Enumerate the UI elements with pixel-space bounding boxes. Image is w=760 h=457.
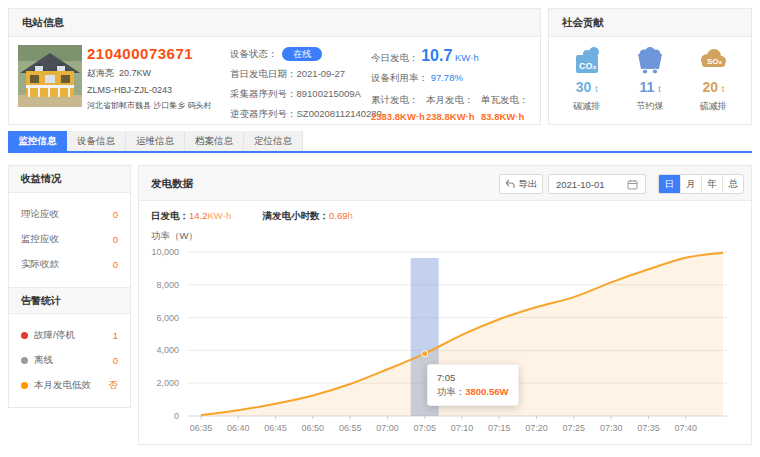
utilization-value: 97.78% [431,72,463,83]
alarm-section-title: 告警统计 [9,287,130,314]
svg-text:CO₂: CO₂ [579,61,597,71]
carbon-unit: t [595,84,597,94]
station-owner-line: 赵海亮 20.7KW [87,67,229,80]
social-contribution-panel: 社会贡献 CO₂ 30 t 碳减排 [548,8,752,125]
status-badge: 在线 [282,47,322,61]
station-owner: 赵海亮 [87,68,114,78]
station-id: 210400073671 [87,45,229,62]
date-picker-input[interactable]: 2021-10-01 [548,174,646,194]
svg-text:07:40: 07:40 [674,423,697,433]
utilization-row: 设备利用率： 97.78% [371,72,536,85]
so2-cloud-icon: SO₂ [683,44,743,76]
chart-canvas[interactable]: 02,0004,0006,0008,00010,00006:3506:4006:… [139,242,753,442]
sulfur-reduction-stat: SO₂ 20 t 硫减排 [683,44,743,113]
alarm-row-offline: 离线 0 [9,348,130,373]
svg-text:SO₂: SO₂ [707,57,723,66]
tab-archive-info[interactable]: 档案信息 [185,131,244,151]
today-generation-row: 今日发电： 10.7 KW·h [371,47,536,65]
per-watt-generation: 单瓦发电： 83.8KW·h [481,94,536,122]
carbon-label: 碳减排 [557,100,617,113]
co2-cloud-icon: CO₂ [557,44,617,76]
generation-data-panel: 发电数据 导出 2021-10-01 日 月 年 总 日发电：14.2KW·h [138,165,752,445]
sulfur-unit: t [722,84,724,94]
svg-text:2,000: 2,000 [156,378,179,388]
first-gen-row: 首日发电日期：2021-09-27 [230,67,370,80]
export-button[interactable]: 导出 [499,174,543,194]
range-total-button[interactable]: 总 [722,175,743,193]
chart-meta-row: 日发电：14.2KW·h 满发电小时数：0.69h [151,210,353,223]
coal-label: 节约煤 [620,100,680,113]
carbon-value: 30 [576,79,592,95]
sulfur-label: 硫减排 [683,100,743,113]
month-generation: 本月发电： 238.8KW·h [426,94,481,122]
device-status-row: 设备状态： 在线 [230,47,370,60]
generation-stats-row: 累计发电： 2383.8KW·h 本月发电： 238.8KW·h 单瓦发电： 8… [371,94,536,122]
sidebar-panel: 收益情况 理论应收 0 监控应收 0 实际收款 0 告警统计 故障/停机 1 离… [8,165,131,408]
station-code: ZLMS-HBJ-ZJL-0243 [87,85,229,95]
svg-text:06:35: 06:35 [190,423,213,433]
revenue-row-theoretical: 理论应收 0 [9,202,130,227]
tab-device-info[interactable]: 设备信息 [67,131,126,151]
sulfur-value: 20 [702,79,718,95]
svg-text:4,000: 4,000 [156,345,179,355]
social-panel-title: 社会贡献 [549,9,751,37]
today-generation-unit: KW·h [455,52,479,63]
svg-text:07:15: 07:15 [488,423,511,433]
chart-tooltip: 7:05 功率：3800.56W [427,364,519,406]
coal-unit: t [658,84,660,94]
utilization-label: 设备利用率： [371,72,428,83]
first-gen-label: 首日发电日期： [230,68,297,79]
tab-monitor-info[interactable]: 监控信息 [8,131,67,151]
total-generation: 累计发电： 2383.8KW·h [371,94,426,122]
station-panel-title: 电站信息 [9,9,540,37]
svg-text:06:45: 06:45 [264,423,287,433]
svg-text:06:55: 06:55 [339,423,362,433]
house-photo-illustration [18,45,82,107]
svg-text:07:05: 07:05 [413,423,436,433]
range-month-button[interactable]: 月 [680,175,701,193]
coal-value: 11 [639,79,654,95]
station-photo [18,45,82,107]
full-hours-value: 0.69 [329,210,348,221]
tabs-active-underline [8,151,752,153]
first-gen-value: 2021-09-27 [297,68,346,79]
tab-operation-info[interactable]: 运维信息 [126,131,185,151]
collector-value: 89100215009A [297,88,361,99]
revenue-section-title: 收益情况 [9,166,130,193]
svg-text:07:30: 07:30 [600,423,623,433]
tooltip-value: 3800.56W [465,386,508,397]
station-capacity: 20.7KW [119,68,151,78]
svg-text:07:20: 07:20 [525,423,548,433]
export-arrow-icon [505,179,515,189]
fault-dot-icon [21,332,28,339]
carbon-reduction-stat: CO₂ 30 t 碳减排 [557,44,617,113]
svg-text:07:00: 07:00 [376,423,399,433]
low-efficiency-dot-icon [21,382,28,389]
tooltip-time: 7:05 [437,371,509,385]
date-value: 2021-10-01 [556,179,627,190]
coal-cart-icon [620,44,680,76]
today-generation-value: 10.7 [421,47,452,64]
coal-saving-stat: 11 t 节约煤 [620,44,680,113]
revenue-row-actual: 实际收款 0 [9,252,130,277]
daily-generation-value: 14.2 [189,210,208,221]
daily-generation-label: 日发电： [151,210,189,221]
svg-text:8,000: 8,000 [156,280,179,290]
svg-text:10,000: 10,000 [151,247,179,257]
range-day-button[interactable]: 日 [659,175,680,193]
range-segmented-control: 日 月 年 总 [658,174,744,194]
svg-text:06:40: 06:40 [227,423,250,433]
svg-text:07:10: 07:10 [451,423,474,433]
alarm-row-low-efficiency: 本月发电低效 否 [9,373,130,398]
tab-location-info[interactable]: 定位信息 [244,131,303,151]
inverter-value: SZ00208112140280 [297,108,382,119]
power-line-chart[interactable]: 02,0004,0006,0008,00010,00006:3506:4006:… [139,242,753,442]
chart-panel-title: 发电数据 [151,166,193,201]
chart-header: 发电数据 导出 2021-10-01 日 月 年 总 [139,166,751,201]
today-generation-label: 今日发电： [371,52,419,63]
inverter-row: 逆变器序列号：SZ00208112140280 [230,107,370,120]
collector-row: 采集器序列号：89100215009A [230,87,370,100]
svg-text:0: 0 [174,411,179,421]
range-year-button[interactable]: 年 [701,175,722,193]
calendar-icon [627,179,638,190]
